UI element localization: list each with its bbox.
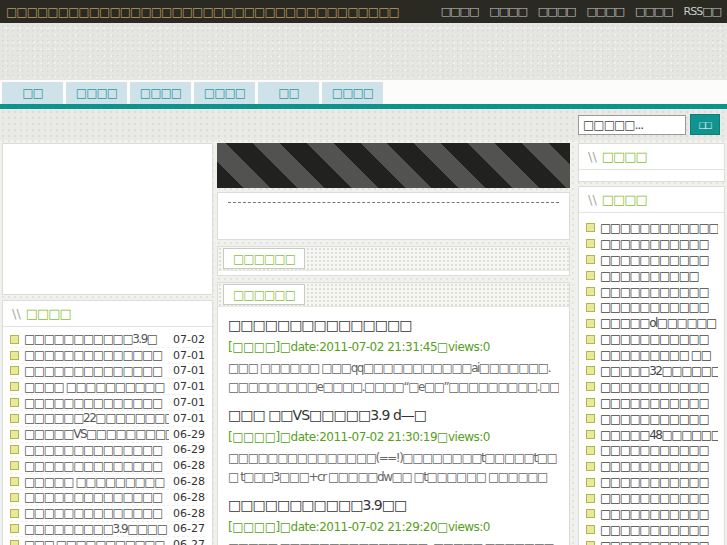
hot-link-title: □□□□□□□□□□ (600, 269, 718, 283)
article-list-item[interactable]: □□□□□□□□□□□□□□07-01 (10, 364, 205, 380)
article-list-item[interactable]: □□□□□□□□□□□□□□06-28 (10, 458, 205, 474)
main-nav: □□□□□□□□□□□□□□□□□□□□ (0, 80, 727, 104)
hot-link-item[interactable]: □□□□□48□□□□□□ (586, 427, 718, 443)
topbar-link[interactable]: □□□□ (635, 5, 673, 18)
hot-link-item[interactable]: □□□□□□□□□□□ (586, 411, 718, 427)
bullet-icon (10, 461, 19, 470)
article-item: □□□□□□□□□□□3.9□□[□□□□]□date:2011-07-02 2… (228, 497, 559, 545)
article-list-item[interactable]: □□□□□□□□□3.9□□□□06-27 (10, 522, 205, 538)
bullet-icon (10, 366, 19, 375)
bullet-icon (10, 493, 19, 502)
hot-link-title: □□□□□□□□□□□ (600, 523, 718, 537)
bullet-icon (10, 477, 19, 486)
bullet-icon (586, 541, 595, 545)
hot-link-item[interactable]: □□□□□□□□□□□ (586, 395, 718, 411)
topbar-link[interactable]: □□□□ (489, 5, 527, 18)
hot-link-item[interactable]: □□□□□□□□□□□ (586, 522, 718, 538)
hot-link-title: □□□□□ol□□□□□□ (600, 316, 718, 330)
item-date: 07-01 (173, 364, 205, 377)
right-top-box-header: \\□□□□ (579, 144, 724, 170)
main-content: □□□□□□ □□□□□□ □□□□□□□□□□□□□□□[□□□□]□date… (217, 143, 570, 545)
nav-tab[interactable]: □□ (2, 82, 63, 104)
item-date: 07-01 (173, 412, 205, 425)
bullet-icon (586, 462, 595, 471)
hot-link-item[interactable]: □□□□□□□□□□□ (586, 331, 718, 347)
article-title[interactable]: □□□□□□□□□□□□□□□ (228, 317, 559, 333)
section-two-tab[interactable]: □□□□□□ (223, 284, 305, 305)
hot-link-item[interactable]: □□□□□□□□□□□ (586, 236, 718, 252)
article-list-item[interactable]: □□□□□□□□□□□□□□06-28 (10, 490, 205, 506)
article-list-item[interactable]: □□□□□□□□□□□□□□07-01 (10, 395, 205, 411)
topbar-link[interactable]: □□□□ (586, 5, 624, 18)
article-list-item[interactable]: □□□ □□□□□□□□□□□06-27 (10, 537, 205, 545)
hot-link-item[interactable]: □□□□□□□□□ □□ (586, 347, 718, 363)
hot-link-item[interactable]: □□□□□□□□□□□ (586, 490, 718, 506)
right-top-box-title: □□□□ (602, 149, 647, 164)
article-list-item[interactable]: □□□□□□□□□□□□□□06-29 (10, 443, 205, 459)
hot-links-header: \\□□□□ (579, 187, 724, 213)
bullet-icon (10, 335, 19, 344)
article-list-item[interactable]: □□□□□VS□□□□□□□□□□06-29 (10, 427, 205, 443)
article-title[interactable]: □□□ □□VS□□□□□3.9 d—□ (228, 407, 559, 423)
hot-link-item[interactable]: □□□□□32□□□□□□ (586, 363, 718, 379)
nav-tab[interactable]: □□ (258, 82, 319, 104)
slashes-decoration: \\ (12, 306, 21, 321)
nav-tab[interactable]: □□□□ (322, 82, 383, 104)
item-title: □□□□□□□□□□□□□□ (24, 443, 169, 457)
article-list-item[interactable]: □□□□□□22□□□□□□□□07-01 (10, 411, 205, 427)
article-item: □□□ □□VS□□□□□3.9 d—□[□□□□]□date:2011-07-… (228, 407, 559, 487)
hot-link-item[interactable]: □□□□□□□□□□□ (586, 299, 718, 315)
article-meta: [□□□□]□date:2011-07-02 21:29:20□views:0 (228, 520, 559, 534)
hot-link-title: □□□□□□□□□□□ (600, 443, 718, 457)
bullet-icon (586, 351, 595, 360)
hot-link-item[interactable]: □□□□□□□□□□□ (586, 458, 718, 474)
right-sidebar: \\□□□□ \\□□□□ □□□□□□□□□□□□□□□□□□□□□□□□□□… (578, 143, 725, 545)
hot-link-title: □□□□□□□□□□□ (600, 475, 718, 489)
hot-link-title: □□□□□□□□□□□ (600, 285, 718, 299)
hot-link-item[interactable]: □□□□□□□□□□□ (586, 506, 718, 522)
bullet-icon (586, 414, 595, 423)
article-list-item[interactable]: □□□□□□□□□□□□□□07-01 (10, 348, 205, 364)
slashes-decoration: \\ (588, 192, 597, 207)
hot-link-item[interactable]: □□□□□□□□□□□ (586, 538, 718, 545)
recent-articles-list: □□□□□□□□□□□3.9□07-02□□□□□□□□□□□□□□07-01□… (3, 327, 212, 545)
article-list-item[interactable]: □□□□ □□□□□□□□□□07-01 (10, 379, 205, 395)
hot-link-item[interactable]: □□□□□□□□□□□ (586, 442, 718, 458)
article-title[interactable]: □□□□□□□□□□□3.9□□ (228, 497, 559, 513)
article-list-item[interactable]: □□□□□□□□□□□3.9□07-02 (10, 332, 205, 348)
section-one-tab[interactable]: □□□□□□ (223, 248, 305, 269)
bullet-icon (586, 398, 595, 407)
topbar-link[interactable]: □□□□ (538, 5, 576, 18)
page: { "topbar": { "site_title": "□□□□□□□□□□□… (0, 0, 727, 545)
item-title: □□□□□□□□□□□3.9□ (24, 332, 169, 346)
hot-link-title: □□□□□48□□□□□□ (600, 428, 718, 442)
recent-articles-box: \\□□□□ □□□□□□□□□□□3.9□07-02□□□□□□□□□□□□□… (2, 300, 213, 545)
bullet-icon (586, 509, 595, 518)
search-bar: □□ (0, 109, 727, 140)
article-list-item[interactable]: □□□□□□□□□□□□□□06-28 (10, 506, 205, 522)
nav-tab[interactable]: □□□□ (66, 82, 127, 104)
hot-links-box: \\□□□□ □□□□□□□□□□□□□□□□□□□□□□□□□□□□□□□□□… (578, 186, 725, 545)
striped-banner-image (217, 143, 570, 188)
article-list-item[interactable]: □□□□□ □□□□□□□□□06-28 (10, 474, 205, 490)
hot-link-item[interactable]: □□□□□□□□□□ (586, 268, 718, 284)
hot-link-item[interactable]: □□□□□□□□□□□ (586, 284, 718, 300)
nav-tab[interactable]: □□□□ (130, 82, 191, 104)
nav-tab[interactable]: □□□□ (194, 82, 255, 104)
topbar-link[interactable]: □□□□ (441, 5, 479, 18)
search-button[interactable]: □□ (690, 114, 720, 135)
bullet-icon (10, 509, 19, 518)
topbar-link[interactable]: RSS□□ (684, 5, 721, 18)
hot-link-item[interactable]: □□□□□□□□□□□□ (586, 220, 718, 236)
hot-link-item[interactable]: □□□□□ol□□□□□□ (586, 315, 718, 331)
item-title: □□□□□□□□□□□□□□ (24, 490, 169, 504)
article-feed: □□□□□□□□□□□□□□□[□□□□]□date:2011-07-02 21… (218, 307, 569, 545)
recent-articles-title: □□□□ (26, 306, 71, 321)
hot-link-item[interactable]: □□□□□□□□□□□ (586, 252, 718, 268)
hot-link-item[interactable]: □□□□□□□□□□□ (586, 474, 718, 490)
hot-links-list: □□□□□□□□□□□□□□□□□□□□□□□□□□□□□□□□□□□□□□□□… (579, 213, 724, 545)
article-excerpt: □□□□□ □□□□□□□□□□□□□□□e□□□□□.□□□□□□□□.□e.… (228, 539, 559, 545)
search-input[interactable] (578, 115, 686, 135)
hot-link-item[interactable]: □□□□□□□□□□□ (586, 379, 718, 395)
topbar-menu: □□□□□□□□□□□□□□□□□□□□RSS□□ (441, 5, 721, 18)
